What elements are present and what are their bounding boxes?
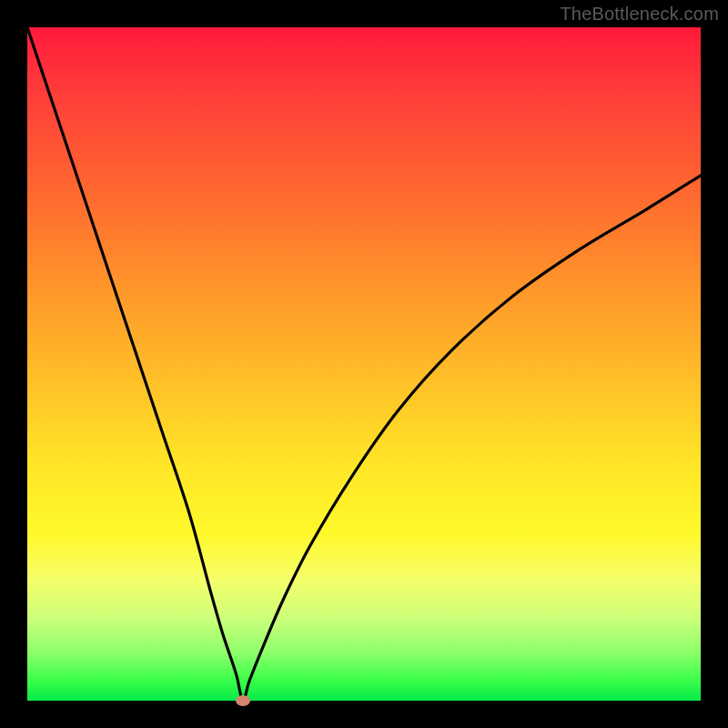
- watermark-text: TheBottleneck.com: [560, 4, 719, 25]
- min-marker: [236, 695, 250, 706]
- plot-area: [27, 27, 701, 701]
- chart-frame: TheBottleneck.com: [0, 0, 728, 728]
- bottleneck-curve: [27, 27, 701, 701]
